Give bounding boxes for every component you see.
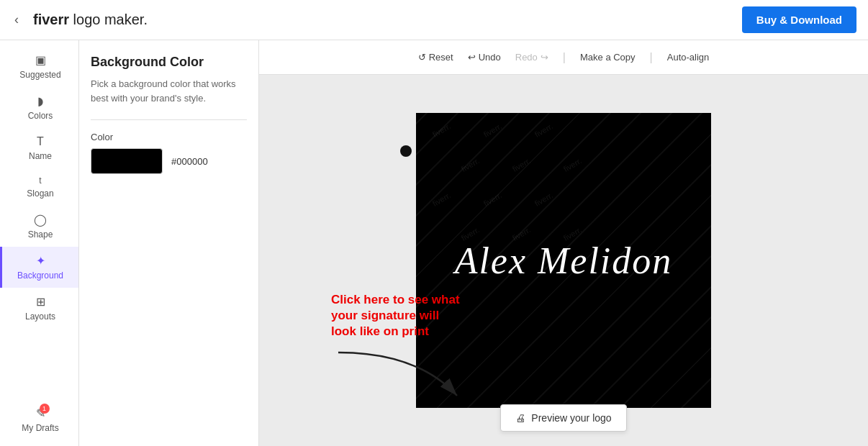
sidebar-item-my-drafts[interactable]: ✎ 1 My Drafts	[0, 399, 78, 440]
panel-description: Pick a background color that works best …	[91, 77, 247, 105]
logo-text: Alex Melidon	[455, 240, 673, 282]
sidebar-label-slogan: Slogan	[27, 188, 53, 199]
drag-handle[interactable]	[400, 145, 412, 157]
main-layout: ▣ Suggested ◗ Colors T Name t Slogan ◯ S…	[0, 40, 868, 446]
sidebar-item-colors[interactable]: ◗ Colors	[0, 87, 78, 128]
make-copy-button[interactable]: Make a Copy	[580, 52, 636, 63]
undo-icon: ↩	[468, 52, 476, 63]
undo-button[interactable]: ↩ Undo	[468, 52, 501, 63]
sidebar-label-colors: Colors	[28, 111, 53, 121]
color-row: #000000	[91, 148, 247, 174]
preview-logo-button[interactable]: 🖨 Preview your logo	[500, 404, 626, 432]
canvas-area: ↺ Reset ↩ Undo Redo ↪ | Make a Copy | Au…	[259, 40, 868, 446]
redo-button[interactable]: Redo ↪	[515, 52, 548, 63]
align-label: Auto-align	[667, 52, 710, 63]
undo-label: Undo	[479, 52, 501, 63]
sidebar-item-slogan[interactable]: t Slogan	[0, 168, 78, 206]
sidebar-label-drafts: My Drafts	[22, 423, 58, 433]
shape-icon: ◯	[34, 213, 47, 227]
sidebar-item-name[interactable]: T Name	[0, 128, 78, 168]
sidebar-item-background[interactable]: ✦ Background	[0, 247, 78, 288]
copy-label: Make a Copy	[580, 52, 636, 63]
panel-divider	[91, 119, 247, 120]
header: ‹ fiverr logo maker. Buy & Download	[0, 0, 868, 40]
redo-label: Redo	[515, 52, 538, 63]
layouts-icon: ⊞	[36, 295, 45, 309]
redo-icon: ↪	[541, 52, 548, 63]
panel-title: Background Color	[91, 55, 247, 70]
name-icon: T	[37, 135, 44, 148]
preview-label: Preview your logo	[531, 412, 611, 424]
toolbar: ↺ Reset ↩ Undo Redo ↪ | Make a Copy | Au…	[259, 40, 868, 75]
sidebar-nav: ▣ Suggested ◗ Colors T Name t Slogan ◯ S…	[0, 40, 79, 446]
sidebar-label-background: Background	[17, 270, 63, 281]
sidebar-label-shape: Shape	[28, 229, 53, 240]
app-logo: fiverr logo maker.	[33, 12, 148, 28]
sidebar-item-layouts[interactable]: ⊞ Layouts	[0, 288, 78, 329]
logo-canvas[interactable]: fiverr.fiverr.fiverr. fiverr.fiverr.five…	[416, 113, 711, 408]
reset-button[interactable]: ↺ Reset	[418, 52, 453, 63]
reset-icon: ↺	[418, 52, 426, 63]
sidebar-label-suggested: Suggested	[19, 70, 60, 80]
suggested-icon: ▣	[35, 53, 46, 67]
header-left: ‹ fiverr logo maker.	[12, 9, 148, 30]
colors-icon: ◗	[37, 94, 43, 108]
back-button[interactable]: ‹	[12, 9, 22, 30]
drafts-badge: 1	[40, 404, 50, 414]
color-hex-value: #000000	[171, 156, 208, 167]
color-swatch[interactable]	[91, 148, 163, 174]
sidebar-label-name: Name	[29, 151, 52, 161]
toolbar-separator: |	[563, 51, 566, 64]
canvas-wrapper[interactable]: fiverr.fiverr.fiverr. fiverr.fiverr.five…	[259, 75, 868, 446]
auto-align-button[interactable]: Auto-align	[667, 52, 710, 63]
preview-bar: 🖨 Preview your logo	[259, 404, 868, 432]
sidebar-item-shape[interactable]: ◯ Shape	[0, 206, 78, 247]
drafts-icon: ✎ 1	[36, 406, 45, 420]
toolbar-separator-2: |	[650, 51, 653, 64]
buy-download-button[interactable]: Buy & Download	[742, 6, 856, 33]
color-label: Color	[91, 132, 247, 142]
slogan-icon: t	[39, 176, 41, 186]
background-panel: Background Color Pick a background color…	[79, 40, 259, 446]
sidebar-item-suggested[interactable]: ▣ Suggested	[0, 46, 78, 87]
sidebar-label-layouts: Layouts	[25, 311, 55, 322]
preview-icon: 🖨	[515, 412, 525, 424]
background-icon: ✦	[36, 254, 45, 268]
reset-label: Reset	[429, 52, 453, 63]
